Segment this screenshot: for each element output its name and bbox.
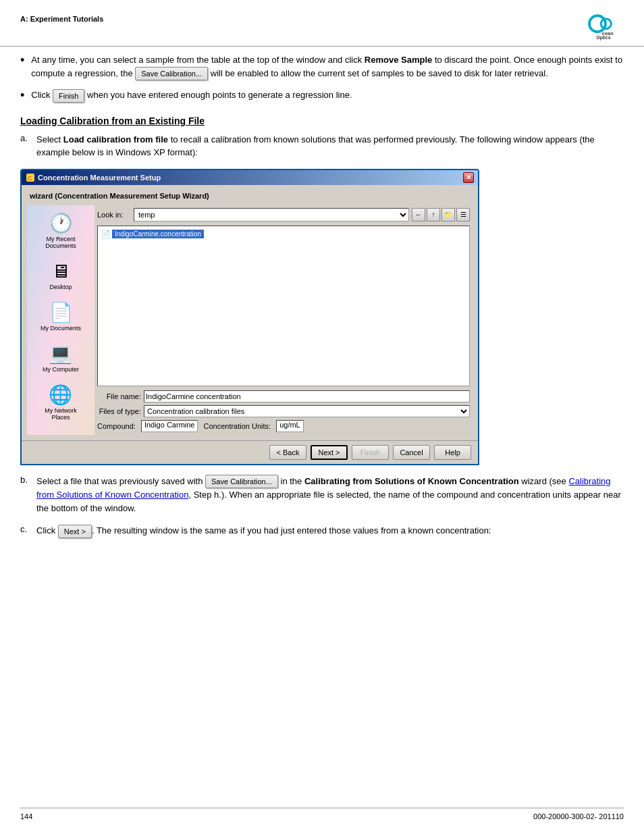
sidebar-my-network[interactable]: 🌐 My NetworkPlaces xyxy=(45,384,77,421)
letter-a: a. xyxy=(20,133,36,143)
dialog-title-left: C Concentration Measurement Setup xyxy=(26,173,161,182)
recent-docs-label: My RecentDocuments xyxy=(45,236,76,249)
dialog-titlebar: C Concentration Measurement Setup ✕ xyxy=(22,170,478,185)
compound-label: Compound: xyxy=(97,422,136,430)
concentration-dialog: C Concentration Measurement Setup ✕ wiza… xyxy=(20,169,479,465)
svg-text:Optics: Optics xyxy=(597,35,611,41)
doc-number: 000-20000-300-02- 201110 xyxy=(533,812,624,820)
lettered-item-b: b. Select a file that was previously sav… xyxy=(20,475,624,515)
lettered-item-c: c. Click Next >. The resulting window is… xyxy=(20,524,624,538)
toolbar-buttons: ← ↑ 📁 ☰ xyxy=(412,208,470,221)
toolbar-new-folder-btn[interactable]: 📁 xyxy=(441,208,455,221)
bullet-text-1: At any time, you can select a sample fro… xyxy=(31,53,624,80)
save-calibration-btn-inline-1[interactable]: Save Calibration... xyxy=(135,67,208,81)
dialog-title-text: Concentration Measurement Setup xyxy=(38,174,161,182)
svg-point-0 xyxy=(589,16,606,32)
letter-c: c. xyxy=(20,524,36,534)
files-of-type-select[interactable]: Concentration calibration files xyxy=(144,405,470,417)
look-in-row: Look in: temp ← ↑ 📁 ☰ xyxy=(97,208,470,221)
compound-value: Indigo Carmine xyxy=(141,420,198,432)
next-btn-inline[interactable]: Next > xyxy=(58,525,92,539)
save-calibration-btn-inline-2[interactable]: Save Calibration... xyxy=(205,475,278,489)
dialog-inner: 🕐 My RecentDocuments 🖥 Desktop 📄 My Docu… xyxy=(27,205,473,435)
sidebar-my-computer[interactable]: 💻 My Computer xyxy=(43,342,79,373)
lettered-item-a: a. Select Load calibration from file to … xyxy=(20,133,624,159)
bullet-dot-1: • xyxy=(20,52,24,69)
page-number: 144 xyxy=(20,812,32,820)
logo-area: cean Optics xyxy=(583,8,624,42)
remove-sample-bold: Remove Sample xyxy=(365,55,432,65)
my-network-icon: 🌐 xyxy=(49,384,72,406)
toolbar-view-btn[interactable]: ☰ xyxy=(456,208,470,221)
letter-b: b. xyxy=(20,475,36,485)
dialog-help-btn[interactable]: Help xyxy=(434,445,471,460)
dialog-sidebar: 🕐 My RecentDocuments 🖥 Desktop 📄 My Docu… xyxy=(27,205,95,435)
ocean-optics-logo: cean Optics xyxy=(583,8,624,42)
my-documents-icon: 📄 xyxy=(49,301,73,323)
file-name-label: File name: xyxy=(97,392,141,400)
bullet-text-2: Click Finish when you have entered enoug… xyxy=(31,88,624,103)
compound-row: Compound: Indigo Carmine Concentration U… xyxy=(97,420,470,432)
my-computer-label: My Computer xyxy=(43,366,79,373)
lettered-text-c: Click Next >. The resulting window is th… xyxy=(36,524,624,538)
bullet-section-1: • At any time, you can select a sample f… xyxy=(20,53,624,105)
toolbar-back-btn[interactable]: ← xyxy=(412,208,425,221)
lettered-text-b: Select a file that was previously saved … xyxy=(36,475,624,515)
files-of-type-label: Files of type: xyxy=(97,407,141,415)
main-content: • At any time, you can select a sample f… xyxy=(0,47,644,561)
lettered-text-a: Select Load calibration from file to rec… xyxy=(36,133,624,159)
recent-docs-icon: 🕐 xyxy=(49,212,73,234)
desktop-icon: 🖥 xyxy=(51,260,70,282)
dialog-cancel-btn[interactable]: Cancel xyxy=(393,445,430,460)
look-in-dropdown[interactable]: temp xyxy=(134,208,409,221)
my-computer-icon: 💻 xyxy=(49,342,72,365)
files-of-type-row: Files of type: Concentration calibration… xyxy=(97,405,470,417)
file-icon: 📄 xyxy=(101,230,111,239)
section-heading: Loading Calibration from an Existing Fil… xyxy=(20,115,624,126)
bullet-item-2: • Click Finish when you have entered eno… xyxy=(20,88,624,104)
file-item-selected[interactable]: IndigoCarmine.concentration xyxy=(112,230,204,238)
page-footer: 144 000-20000-300-02- 201110 xyxy=(20,808,624,820)
file-fields: File name: Files of type: Concentration … xyxy=(97,390,470,432)
svg-text:C: C xyxy=(28,175,32,182)
page-header: A: Experiment Tutorials cean Optics xyxy=(0,0,644,47)
dialog-app-icon: C xyxy=(26,173,35,182)
dialog-finish-btn[interactable]: Finish xyxy=(352,445,389,460)
my-network-label: My NetworkPlaces xyxy=(45,407,77,421)
load-cal-bold: Load calibration from file xyxy=(63,134,168,145)
sidebar-desktop[interactable]: 🖥 Desktop xyxy=(49,260,72,290)
sidebar-my-documents[interactable]: 📄 My Documents xyxy=(41,301,81,332)
my-documents-label: My Documents xyxy=(41,325,81,332)
dialog-close-btn[interactable]: ✕ xyxy=(463,172,474,183)
dialog-next-btn[interactable]: Next > xyxy=(311,445,348,460)
conc-units-value: ug/mL xyxy=(276,420,304,432)
dialog-footer: < Back Next > Finish Cancel Help xyxy=(22,440,478,464)
bullet-item-1: • At any time, you can select a sample f… xyxy=(20,53,624,80)
wizard-label: wizard (Concentration Measurement Setup … xyxy=(27,190,473,201)
conc-units-label: Concentration Units: xyxy=(203,422,271,430)
look-in-label: Look in: xyxy=(97,211,131,219)
desktop-label: Desktop xyxy=(49,284,72,290)
bullet-dot-2: • xyxy=(20,87,24,104)
sidebar-my-recent[interactable]: 🕐 My RecentDocuments xyxy=(45,212,76,249)
file-item[interactable]: 📄 IndigoCarmine.concentration xyxy=(101,230,204,239)
dialog-body: wizard (Concentration Measurement Setup … xyxy=(22,185,478,440)
dialog-file-area: Look in: temp ← ↑ 📁 ☰ xyxy=(95,205,473,435)
finish-btn-inline[interactable]: Finish xyxy=(53,89,84,103)
file-list-area[interactable]: 📄 IndigoCarmine.concentration xyxy=(97,226,470,386)
header-label: A: Experiment Tutorials xyxy=(20,15,103,23)
file-name-input[interactable] xyxy=(144,390,470,402)
file-name-row: File name: xyxy=(97,390,470,402)
calibrating-bold: Calibrating from Solutions of Known Conc… xyxy=(304,476,519,486)
toolbar-up-btn[interactable]: ↑ xyxy=(427,208,440,221)
dialog-back-btn[interactable]: < Back xyxy=(269,445,306,460)
